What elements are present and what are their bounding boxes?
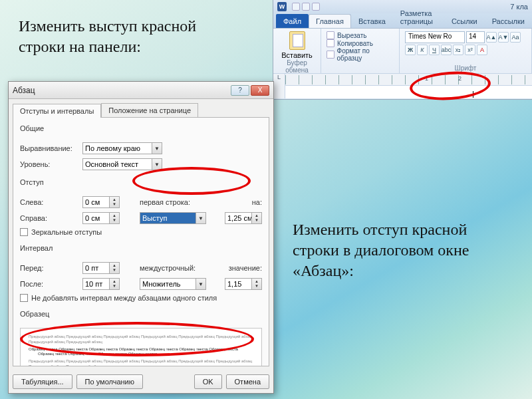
outline-level-label: Уровень: <box>20 160 78 168</box>
dialog-body: Общие Выравнивание: По левому краю▼ Уров… <box>13 117 269 366</box>
word-window: W 7 кла Файл Главная Вставка Разметка ст… <box>273 0 532 100</box>
firstline-value: Выступ <box>142 214 167 222</box>
indent-right-value: 0 см <box>85 214 100 222</box>
section-spacing: Интервал <box>20 244 262 252</box>
set-default-button[interactable]: По умолчанию <box>76 374 143 389</box>
chevron-down-icon: ▼ <box>196 213 205 223</box>
change-case-button[interactable]: Aa <box>510 32 521 43</box>
spacing-before-input[interactable]: 0 пт▲▼ <box>82 262 120 274</box>
format-painter-label: Формат по образцу <box>337 47 394 62</box>
dialog-titlebar[interactable]: Абзац ? X <box>9 82 273 99</box>
ribbon-tabs: Файл Главная Вставка Разметка страницы С… <box>273 13 532 28</box>
slide-caption-top: Изменить выступ красной строки на панели… <box>19 16 218 57</box>
checkbox-icon <box>20 228 28 236</box>
font-name-combo[interactable]: Times New Ro <box>405 31 465 43</box>
preview-main-para: Образец текста Образец текста Образец те… <box>38 347 253 358</box>
qat-save-icon[interactable] <box>292 3 300 11</box>
font-group-label: Шрифт <box>405 65 526 72</box>
firstline-by-value: 1,25 см <box>227 214 253 222</box>
shrink-font-button[interactable]: A▼ <box>498 32 509 43</box>
section-preview: Образец <box>20 310 262 318</box>
ok-button[interactable]: OK <box>194 374 222 389</box>
indent-left-label: Слева: <box>20 198 78 206</box>
slide-caption-bottom: Изменить отступ красной строки в диалого… <box>293 219 499 282</box>
qat-redo-icon[interactable] <box>312 3 320 11</box>
copy-button[interactable]: Копировать <box>327 39 394 47</box>
paste-icon <box>289 31 305 50</box>
section-indent: Отступ <box>20 178 262 186</box>
tab-insert[interactable]: Вставка <box>351 14 393 28</box>
clipboard-group: Вставить Буфер обмена <box>273 29 321 73</box>
mirror-indents-label: Зеркальные отступы <box>31 228 102 236</box>
line-spacing-value: Множитель <box>142 280 181 288</box>
chevron-down-icon: ▼ <box>196 279 205 289</box>
ruler-tick-1: 1 <box>425 75 428 82</box>
underline-button[interactable]: Ч <box>429 45 440 55</box>
firstline-by-input[interactable]: 1,25 см▲▼ <box>225 212 262 224</box>
tab-home[interactable]: Главная <box>309 14 351 28</box>
ribbon: Вставить Буфер обмена Вырезать Копироват… <box>273 28 532 73</box>
alignment-label: Выравнивание: <box>20 144 78 152</box>
grow-font-button[interactable]: A▲ <box>486 32 497 43</box>
italic-button[interactable]: К <box>417 45 428 55</box>
outline-level-combo[interactable]: Основной текст▼ <box>82 158 162 170</box>
bold-button[interactable]: Ж <box>405 45 416 55</box>
quick-access-toolbar[interactable] <box>292 3 320 11</box>
spacing-before-value: 0 пт <box>85 264 98 272</box>
chevron-down-icon: ▼ <box>152 159 162 170</box>
no-space-same-style-checkbox[interactable]: Не добавлять интервал между абзацами одн… <box>20 294 262 302</box>
tab-mailings[interactable]: Рассылки <box>485 14 532 28</box>
preview-prev-para: Предыдущий абзац Предыдущий абзац Предыд… <box>29 334 253 345</box>
line-spacing-combo[interactable]: Множитель▼ <box>140 278 206 290</box>
close-button[interactable]: X <box>251 85 269 96</box>
line-spacing-label: междустрочный: <box>140 264 196 272</box>
alignment-combo[interactable]: По левому краю▼ <box>82 142 162 154</box>
paragraph-dialog: Абзац ? X Отступы и интервалы Положение … <box>8 81 274 394</box>
indent-right-input[interactable]: 0 см▲▼ <box>82 212 120 224</box>
firstline-by-label: на: <box>252 198 262 206</box>
indent-left-input[interactable]: 0 см▲▼ <box>82 196 120 208</box>
clipboard-extra: Вырезать Копировать Формат по образцу <box>321 29 400 73</box>
scissors-icon <box>327 31 334 39</box>
indent-left-value: 0 см <box>85 198 100 206</box>
cancel-button[interactable]: Отмена <box>226 374 269 389</box>
qat-undo-icon[interactable] <box>302 3 310 11</box>
tab-line-page-breaks[interactable]: Положение на странице <box>101 103 198 117</box>
clipboard-group-label: Буфер обмена <box>279 59 315 74</box>
copy-label: Копировать <box>337 40 373 47</box>
subscript-button[interactable]: x₂ <box>453 45 464 55</box>
spacing-after-value: 10 пт <box>85 280 102 288</box>
tab-file[interactable]: Файл <box>276 14 309 28</box>
tab-indents-spacing[interactable]: Отступы и интервалы <box>13 104 101 118</box>
chevron-down-icon: ▼ <box>152 143 162 154</box>
cut-label: Вырезать <box>337 32 366 39</box>
preview-next-para: Предыдущий абзац Предыдущий абзац Предыд… <box>29 359 253 366</box>
format-painter-button[interactable]: Формат по образцу <box>327 47 394 62</box>
document-area: L 1 2 <box>273 73 532 98</box>
firstline-combo[interactable]: Выступ▼ <box>140 212 206 224</box>
font-size-combo[interactable]: 14 <box>466 31 485 43</box>
spacing-after-input[interactable]: 10 пт▲▼ <box>82 278 120 290</box>
cut-button[interactable]: Вырезать <box>327 31 394 39</box>
tab-page-layout[interactable]: Разметка страницы <box>393 6 444 28</box>
word-app-icon: W <box>277 2 287 11</box>
line-spacing-at-value: 1,15 <box>227 280 241 288</box>
mirror-indents-checkbox[interactable]: Зеркальные отступы <box>20 228 262 236</box>
spacing-after-label: После: <box>20 280 78 288</box>
ruler-tick-2: 2 <box>458 75 462 82</box>
paste-button[interactable]: Вставить <box>279 31 315 59</box>
help-button[interactable]: ? <box>231 85 249 96</box>
indent-right-label: Справа: <box>20 214 78 222</box>
tabs-button[interactable]: Табуляция... <box>13 374 72 389</box>
strike-button[interactable]: abc <box>441 45 452 55</box>
superscript-button[interactable]: x² <box>465 45 475 55</box>
line-spacing-at-input[interactable]: 1,15▲▼ <box>225 278 262 290</box>
firstline-label: первая строка: <box>140 198 190 206</box>
section-general: Общие <box>20 124 262 132</box>
font-color-button[interactable]: A <box>477 45 487 55</box>
brush-icon <box>327 51 334 59</box>
preview-box: Предыдущий абзац Предыдущий абзац Предыд… <box>20 328 262 366</box>
tab-references[interactable]: Ссылки <box>444 14 485 28</box>
horizontal-ruler[interactable]: 1 2 <box>285 74 532 86</box>
outline-level-value: Основной текст <box>85 160 138 168</box>
